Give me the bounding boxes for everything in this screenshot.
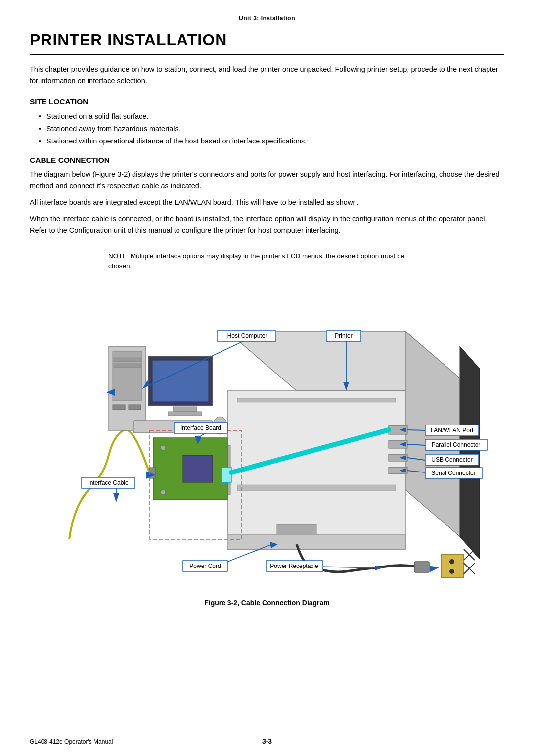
intro-paragraph: This chapter provides guidance on how to…	[30, 64, 504, 87]
svg-text:Printer: Printer	[335, 332, 352, 339]
svg-text:Power Receptacle: Power Receptacle	[270, 563, 318, 569]
unit-header: Unit 3: Installation	[30, 15, 504, 22]
cable-para-2: All interface boards are integrated exce…	[30, 197, 504, 208]
svg-rect-30	[173, 407, 197, 412]
svg-point-19	[161, 490, 166, 495]
svg-marker-52	[113, 493, 119, 502]
list-item: Stationed within operational distance of…	[39, 135, 504, 147]
cable-para-1: The diagram below (Figure 3-2) displays …	[30, 169, 504, 191]
svg-text:Interface Cable: Interface Cable	[88, 479, 129, 486]
svg-text:Host Computer: Host Computer	[227, 332, 267, 339]
page-title: PRINTER INSTALLATION	[30, 31, 504, 55]
svg-line-53	[407, 430, 425, 430]
page: Unit 3: Installation PRINTER INSTALLATIO…	[0, 0, 534, 756]
svg-line-63	[316, 567, 376, 568]
cable-para-3: When the interface cable is connected, o…	[30, 213, 504, 236]
svg-rect-15	[222, 468, 231, 482]
svg-point-39	[449, 559, 454, 564]
svg-text:Parallel Connector: Parallel Connector	[432, 441, 481, 448]
svg-rect-26	[114, 358, 141, 362]
svg-text:Serial Connector: Serial Connector	[431, 470, 475, 476]
svg-marker-37	[430, 566, 440, 572]
diagram-area: Host Computer Printer Interface Board In…	[30, 287, 504, 594]
svg-rect-29	[152, 360, 209, 402]
svg-rect-14	[183, 455, 213, 482]
svg-rect-25	[129, 405, 141, 410]
site-location-list: Stationed on a solid flat surface. Stati…	[39, 110, 504, 147]
svg-text:LAN/WLAN Port: LAN/WLAN Port	[431, 427, 474, 434]
svg-rect-31	[168, 412, 202, 416]
svg-point-40	[449, 569, 454, 574]
section-heading-cable-connection: CABLE CONNECTION	[30, 156, 504, 165]
host-computer-graphic	[106, 346, 227, 434]
svg-rect-5	[237, 485, 396, 491]
list-item: Stationed on a solid flat surface.	[39, 110, 504, 123]
svg-marker-3	[460, 346, 480, 559]
section-heading-site-location: SITE LOCATION	[30, 97, 504, 106]
diagram-svg: Host Computer Printer Interface Board In…	[30, 287, 504, 594]
list-item: Stationed away from hazardous materials.	[39, 123, 504, 135]
svg-rect-27	[114, 364, 141, 368]
svg-rect-11	[227, 534, 405, 549]
footer-left: GL408-412e Operator's Manual	[30, 738, 113, 745]
figure-caption: Figure 3-2, Cable Connection Diagram	[30, 599, 504, 607]
svg-point-18	[161, 445, 166, 450]
power-receptacle-graphic	[441, 549, 475, 578]
svg-text:Interface Board: Interface Board	[180, 425, 221, 431]
svg-text:USB Connector: USB Connector	[431, 456, 472, 463]
svg-rect-36	[414, 562, 429, 572]
svg-rect-24	[113, 405, 125, 410]
note-box: NOTE: Multiple interface options may dis…	[99, 245, 435, 278]
svg-rect-38	[441, 554, 463, 578]
svg-rect-4	[237, 398, 396, 402]
footer-page-number: 3-3	[262, 737, 272, 745]
svg-text:Power Cord: Power Cord	[189, 563, 221, 569]
